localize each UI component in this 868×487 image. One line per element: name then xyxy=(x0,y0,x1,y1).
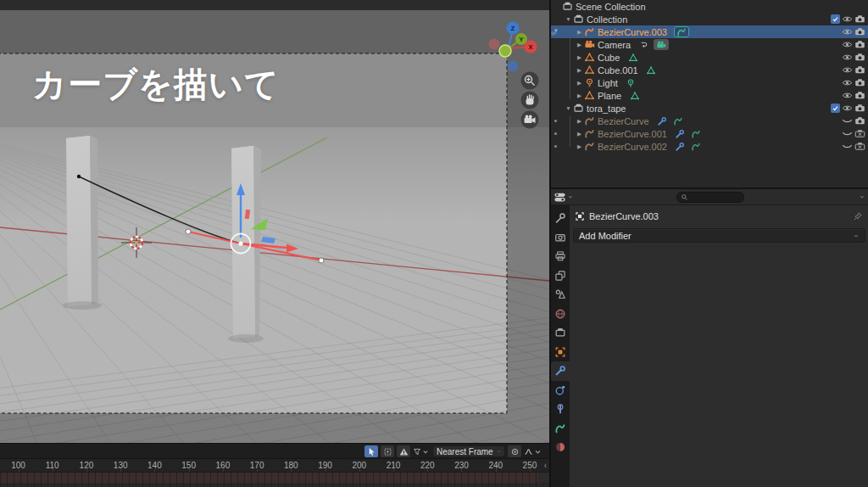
collection-checkbox[interactable] xyxy=(831,14,840,24)
constraint-data-icon[interactable] xyxy=(637,39,650,50)
curve-data-icon[interactable] xyxy=(674,26,689,37)
hide-viewport-toggle[interactable] xyxy=(842,26,853,37)
curve-endpoint[interactable] xyxy=(77,175,81,178)
filter-button[interactable] xyxy=(413,445,430,457)
properties-tab-modifiers[interactable] xyxy=(551,361,570,381)
disclosure-triangle[interactable]: ▶ xyxy=(575,29,584,36)
camera-view-button[interactable] xyxy=(521,111,539,129)
properties-tab-render[interactable] xyxy=(551,228,570,248)
outliner-row[interactable]: ▶Light xyxy=(551,76,868,89)
outliner-row[interactable]: ▶BezierCurve.003 xyxy=(551,25,868,38)
camera-obj-data-icon[interactable] xyxy=(654,39,669,50)
disable-render-toggle[interactable] xyxy=(854,26,865,37)
mesh-data-icon[interactable] xyxy=(628,90,641,101)
curve-mut-data-icon[interactable] xyxy=(690,141,703,152)
editor-type-button[interactable] xyxy=(554,191,574,204)
properties-tab-object-data[interactable] xyxy=(551,419,570,439)
options-chevron-icon[interactable] xyxy=(859,193,865,200)
disable-render-toggle[interactable] xyxy=(854,52,865,63)
outliner-row[interactable]: ▶Camera xyxy=(551,38,868,51)
collection-checkbox[interactable] xyxy=(831,104,840,113)
outliner-row[interactable]: ▶Cube xyxy=(551,51,868,64)
zoom-button[interactable] xyxy=(521,72,539,90)
disclosure-triangle[interactable]: ▶ xyxy=(575,67,584,74)
keying-button[interactable] xyxy=(508,445,521,457)
disable-render-toggle[interactable] xyxy=(854,90,865,101)
disable-render-toggle[interactable] xyxy=(854,115,865,126)
disclosure-triangle[interactable]: ▶ xyxy=(575,143,584,150)
active-selection-icon xyxy=(551,27,559,36)
wrench-data-icon[interactable] xyxy=(674,141,687,152)
curve-mut-data-icon[interactable] xyxy=(672,115,685,126)
outliner-row[interactable]: ▶BezierCurve xyxy=(551,115,868,127)
properties-tab-world[interactable] xyxy=(551,305,570,324)
playback-sync-dropdown[interactable]: Nearest Frame xyxy=(432,445,505,457)
properties-tab-tool[interactable] xyxy=(551,209,570,228)
properties-tab-constraints[interactable] xyxy=(551,400,570,419)
properties-tab-output[interactable] xyxy=(551,247,570,266)
add-modifier-button[interactable]: Add Modifier xyxy=(573,228,865,243)
outliner-row[interactable]: ▶BezierCurve.002 xyxy=(551,140,868,153)
pin-icon[interactable] xyxy=(853,211,863,221)
properties-tab-object[interactable] xyxy=(551,343,570,362)
outliner-row[interactable]: ▶BezierCurve.001 xyxy=(551,127,868,140)
outliner-row[interactable]: ▼tora_tape xyxy=(551,102,868,115)
frame-ruler[interactable]: ‹ 10011012013014015016017018019020021022… xyxy=(0,459,549,473)
disclosure-triangle[interactable]: ▶ xyxy=(575,42,584,48)
timeline-track-area[interactable] xyxy=(0,473,549,487)
outliner-row[interactable]: ▼Collection xyxy=(551,13,868,25)
disclosure-triangle[interactable]: ▶ xyxy=(575,92,584,99)
properties-tab-view-layer[interactable] xyxy=(551,266,570,286)
outliner-row[interactable]: ▶Cube.001 xyxy=(551,64,868,76)
outliner-row[interactable]: Scene Collection xyxy=(551,0,868,13)
hide-viewport-toggle[interactable] xyxy=(842,90,853,101)
hide-viewport-toggle[interactable] xyxy=(842,141,853,152)
disclosure-triangle[interactable]: ▼ xyxy=(564,105,573,111)
disable-render-toggle[interactable] xyxy=(854,128,865,139)
disclosure-triangle[interactable]: ▶ xyxy=(575,80,584,87)
camera-obj-icon xyxy=(584,39,595,50)
outliner-row[interactable]: ▶Plane xyxy=(551,89,868,102)
warning-button[interactable] xyxy=(397,445,410,457)
disclosure-triangle[interactable]: ▶ xyxy=(575,54,584,61)
properties-tab-collection[interactable] xyxy=(551,323,570,343)
mesh-data-icon[interactable] xyxy=(626,52,639,63)
hide-viewport-toggle[interactable] xyxy=(842,115,853,126)
disable-render-toggle[interactable] xyxy=(854,77,865,88)
interpolation-button[interactable] xyxy=(524,445,542,457)
disable-render-toggle[interactable] xyxy=(854,64,865,76)
disclosure-triangle[interactable]: ▶ xyxy=(575,131,584,137)
axis-ball-neg-y[interactable] xyxy=(499,45,511,57)
disclosure-triangle[interactable]: ▼ xyxy=(564,16,573,22)
light-data-icon[interactable] xyxy=(625,77,637,88)
axis-ball-neg-z[interactable] xyxy=(508,61,519,72)
disclosure-triangle[interactable]: ▶ xyxy=(575,118,584,125)
hide-viewport-toggle[interactable] xyxy=(842,52,853,63)
properties-tab-material[interactable] xyxy=(551,438,570,457)
disable-render-toggle[interactable] xyxy=(854,39,865,50)
hide-viewport-toggle[interactable] xyxy=(842,64,853,76)
hide-viewport-toggle[interactable] xyxy=(842,77,853,88)
disable-render-toggle[interactable] xyxy=(854,103,865,114)
pillar-left[interactable] xyxy=(63,136,102,310)
hide-viewport-toggle[interactable] xyxy=(842,39,853,50)
disable-render-toggle[interactable] xyxy=(854,141,865,152)
axis-ball-neg-x[interactable] xyxy=(489,39,500,50)
pan-button[interactable] xyxy=(521,92,539,109)
axis-label-x: X xyxy=(528,43,533,51)
wrench-data-icon[interactable] xyxy=(656,115,669,126)
hide-viewport-toggle[interactable] xyxy=(842,128,853,139)
3d-viewport[interactable]: Z Y X xyxy=(0,0,549,443)
tweak-tool-button[interactable] xyxy=(381,445,394,457)
search-input[interactable] xyxy=(691,193,740,201)
hide-viewport-toggle[interactable] xyxy=(842,14,853,25)
select-tool-button[interactable] xyxy=(364,445,378,457)
properties-tab-physics[interactable] xyxy=(551,381,570,400)
wrench-data-icon[interactable] xyxy=(674,128,687,139)
hide-viewport-toggle[interactable] xyxy=(842,103,853,114)
mesh-data-icon[interactable] xyxy=(645,64,658,76)
curve-mut-data-icon[interactable] xyxy=(690,128,703,139)
disable-render-toggle[interactable] xyxy=(854,14,865,25)
properties-tab-scene[interactable] xyxy=(551,285,570,305)
properties-search[interactable] xyxy=(676,192,744,203)
